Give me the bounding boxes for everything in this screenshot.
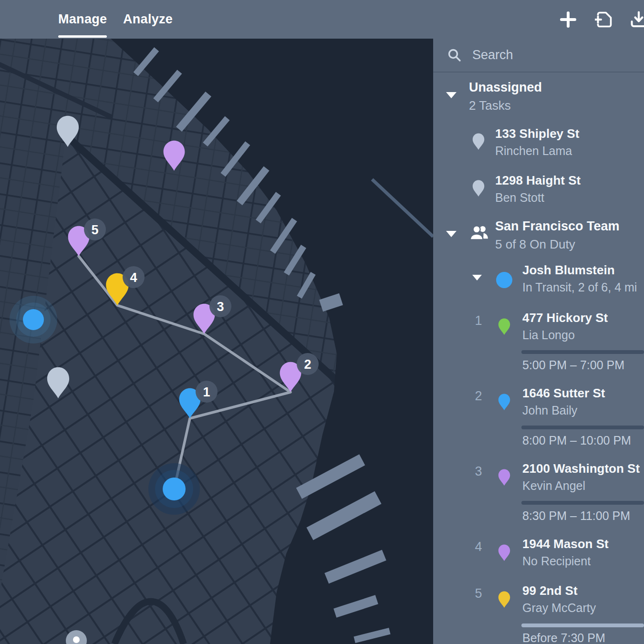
task-recipient: John Baily [522, 404, 577, 417]
map-badge-1[interactable]: 1 [196, 381, 218, 403]
download-icon[interactable] [630, 10, 644, 29]
task-row-2[interactable]: 2 1646 Sutter St John Baily 8:00 PM – 10… [433, 386, 644, 457]
blue-pin-icon [498, 393, 511, 411]
task-recipient: Gray McCarty [522, 601, 596, 615]
section-team-title: San Francisco Team [495, 219, 620, 234]
svg-text:5: 5 [91, 223, 98, 237]
task-row-4[interactable]: 4 1944 Mason St No Recipient [433, 537, 644, 581]
task-recipient: Lia Longo [522, 328, 575, 342]
map-badge-4[interactable]: 4 [123, 266, 145, 288]
task-address: 2100 Washington St [522, 461, 640, 476]
task-number: 4 [468, 540, 489, 554]
section-team-subtitle: 5 of 8 On Duty [495, 237, 575, 252]
task-address: 1298 Haight St [495, 173, 581, 188]
plus-icon[interactable] [559, 10, 577, 29]
task-recipient: Kevin Angel [522, 479, 585, 493]
driver-status: In Transit, 2 of 6, 4 mi [522, 280, 637, 294]
time-window-bar [521, 623, 644, 627]
purple-pin-icon [498, 468, 511, 486]
file-plus-icon[interactable] [595, 10, 613, 29]
task-time-window: Before 7:30 PM [522, 631, 605, 644]
tab-analyze[interactable]: Analyze [123, 0, 173, 39]
chevron-down-icon[interactable] [446, 231, 457, 237]
map-badge-5[interactable]: 5 [84, 218, 106, 240]
search-bar[interactable] [433, 39, 644, 73]
section-unassigned-subtitle: 2 Tasks [469, 98, 511, 113]
chevron-down-icon[interactable] [472, 275, 482, 280]
active-tab-underline [58, 35, 107, 38]
unassigned-task-row-2[interactable]: 1298 Haight St Ben Stott [433, 173, 644, 216]
chevron-down-icon[interactable] [446, 92, 457, 98]
yellow-pin-icon [498, 591, 511, 608]
time-window-bar [521, 426, 644, 429]
search-icon [447, 48, 462, 62]
topbar: Manage Analyze [0, 0, 644, 39]
task-number: 1 [468, 313, 489, 328]
task-address: 477 Hickory St [522, 311, 608, 325]
section-unassigned[interactable]: Unassigned 2 Tasks [433, 79, 644, 122]
task-address: 1646 Sutter St [522, 386, 605, 401]
task-time-window: 8:30 PM – 11:00 PM [522, 509, 630, 523]
driver-name: Josh Blumstein [522, 263, 615, 278]
task-address: 1944 Mason St [522, 537, 609, 551]
app-root: Manage Analyze [0, 0, 644, 644]
search-input[interactable] [472, 48, 644, 62]
section-team[interactable]: San Francisco Team 5 of 8 On Duty [433, 218, 644, 261]
section-unassigned-title: Unassigned [469, 80, 542, 95]
task-recipient: Rinchen Lama [495, 144, 572, 158]
task-number: 3 [468, 464, 489, 479]
svg-text:1: 1 [203, 385, 210, 399]
tab-analyze-label: Analyze [123, 12, 173, 27]
gray-pin-icon [472, 179, 485, 197]
svg-text:2: 2 [304, 357, 311, 372]
task-time-window: 5:00 PM – 7:00 PM [522, 358, 624, 372]
unassigned-task-row-1[interactable]: 133 Shipley St Rinchen Lama [433, 126, 644, 169]
time-window-bar [521, 350, 644, 354]
task-row-5[interactable]: 5 99 2nd St Gray McCarty Before 7:30 PM [433, 583, 644, 644]
green-pin-icon [498, 318, 511, 335]
team-people-icon [469, 225, 489, 241]
purple-pin-icon [498, 544, 511, 561]
tab-manage-label: Manage [58, 12, 107, 27]
map-badge-2[interactable]: 2 [297, 353, 319, 375]
map-badge-3[interactable]: 3 [209, 295, 231, 317]
task-address: 133 Shipley St [495, 126, 579, 141]
task-row-1[interactable]: 1 477 Hickory St Lia Longo 5:00 PM – 7:0… [433, 311, 644, 381]
driver-row-josh-blumstein[interactable]: Josh Blumstein In Transit, 2 of 6, 4 mi [433, 263, 644, 304]
task-row-3[interactable]: 3 2100 Washington St Kevin Angel 8:30 PM… [433, 461, 644, 532]
svg-text:4: 4 [130, 270, 137, 285]
tab-manage[interactable]: Manage [58, 0, 107, 39]
driver-dot-west[interactable] [10, 296, 57, 343]
task-address: 99 2nd St [522, 583, 578, 598]
task-number: 2 [468, 389, 489, 404]
task-recipient: Ben Stott [495, 191, 544, 205]
sidebar: Unassigned 2 Tasks 133 Shipley St Rinche… [433, 39, 644, 644]
svg-text:3: 3 [217, 300, 224, 314]
task-time-window: 8:00 PM – 10:00 PM [522, 434, 631, 447]
driver-dot-south[interactable] [148, 463, 200, 515]
driver-avatar [496, 272, 512, 288]
time-window-bar [521, 501, 644, 505]
map-canvas[interactable]: 5 4 3 2 1 [0, 39, 433, 644]
task-recipient: No Recipient [522, 554, 591, 568]
gray-pin-icon [472, 133, 485, 150]
task-number: 5 [468, 586, 489, 601]
